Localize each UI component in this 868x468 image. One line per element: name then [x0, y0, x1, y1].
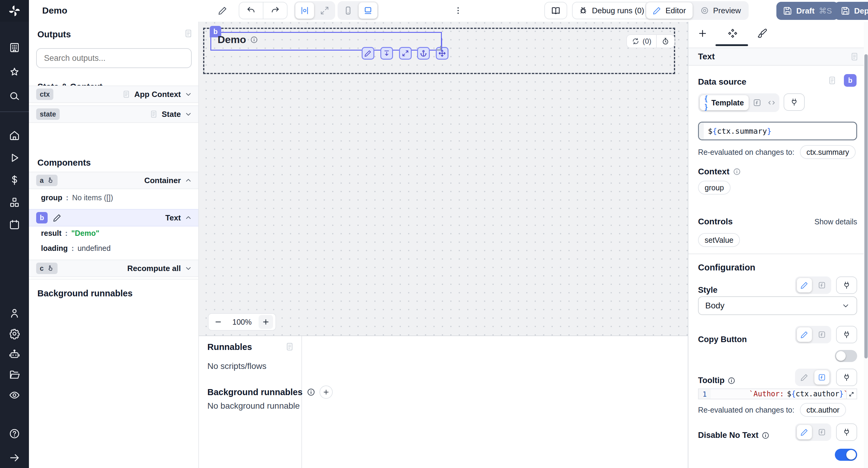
sidebar-item-search[interactable]	[7, 89, 22, 104]
sidebar-item-workers[interactable]	[7, 347, 22, 361]
chevron-down-icon[interactable]	[184, 90, 192, 98]
debug-runs-button[interactable]: Debug runs (0)	[572, 2, 651, 19]
disable-function-button[interactable]	[814, 425, 830, 439]
sidebar-item-account[interactable]	[7, 306, 22, 321]
style-select[interactable]: Body	[698, 296, 857, 315]
sidebar-item-runs[interactable]	[7, 151, 22, 165]
outputs-title: Outputs	[37, 30, 71, 39]
doc-icon[interactable]	[184, 29, 193, 38]
c-badge: c	[36, 263, 58, 274]
sidebar-item-help[interactable]	[7, 427, 22, 441]
doc-icon[interactable]	[150, 110, 158, 119]
doc-icon[interactable]	[122, 90, 130, 98]
sidebar-item-resources[interactable]	[7, 195, 22, 210]
zoom-in-button[interactable]	[258, 315, 273, 329]
disable-no-text-toggle-on[interactable]	[835, 449, 857, 461]
prop-loading: loading: undefined	[41, 244, 111, 253]
sidebar-item-workspace[interactable]	[7, 40, 22, 55]
template-code-input[interactable]: ${ctx.summary}	[698, 122, 857, 140]
copy-button-toggle-off[interactable]	[835, 350, 857, 362]
docs-button[interactable]	[544, 2, 567, 19]
more-menu-button[interactable]	[451, 0, 465, 21]
copy-static-button[interactable]	[797, 327, 812, 342]
draft-button[interactable]: Draft ⌘S	[776, 2, 838, 20]
doc-icon[interactable]	[828, 76, 837, 85]
sidebar-item-home[interactable]	[7, 128, 22, 143]
sidebar-item-audit[interactable]	[7, 388, 22, 402]
canvas-zoom-bar: 100%	[208, 313, 276, 331]
disable-connect-button[interactable]	[836, 424, 857, 441]
mode-function-button[interactable]	[751, 98, 763, 107]
style-static-button[interactable]	[797, 278, 812, 293]
tab-styling[interactable]	[757, 28, 767, 38]
expand-editor-button[interactable]	[846, 390, 856, 399]
setvalue-pill[interactable]: setValue	[698, 233, 740, 247]
copy-connect-button[interactable]	[836, 326, 857, 343]
context-group-pill[interactable]: group	[698, 181, 731, 195]
canvas[interactable]: b Demo (0) 100%	[199, 22, 688, 335]
reeval-summary-pill[interactable]: ctx.summary	[800, 145, 856, 159]
ctx-badge: ctx	[36, 89, 53, 100]
reeval-author-pill[interactable]: ctx.author	[800, 403, 846, 417]
settings-scrollbar-thumb[interactable]	[864, 54, 868, 358]
chevron-down-icon[interactable]	[184, 264, 192, 272]
copy-function-button[interactable]	[814, 327, 830, 342]
disable-static-button[interactable]	[797, 425, 812, 439]
redo-button[interactable]	[264, 2, 287, 19]
style-function-button[interactable]	[814, 278, 830, 293]
sidebar-item-settings[interactable]	[7, 327, 22, 341]
mode-code-button[interactable]	[766, 98, 778, 107]
braces-icon: { }	[705, 94, 708, 111]
output-row-state[interactable]: state State	[29, 105, 198, 123]
component-anchor-button[interactable]	[417, 47, 430, 60]
sidebar-item-variables[interactable]	[7, 173, 22, 187]
mode-template-button[interactable]: { } Template	[700, 95, 749, 110]
component-row-b[interactable]: b Text	[29, 209, 198, 227]
chevron-up-icon[interactable]	[184, 214, 192, 222]
tab-editor[interactable]: Editor	[646, 2, 692, 19]
search-outputs-input[interactable]	[36, 48, 192, 68]
app-editor: Demo Debug runs (0)	[0, 0, 868, 468]
chevron-down-icon[interactable]	[184, 110, 192, 118]
undo-button[interactable]	[239, 2, 263, 19]
connect-datasource-button[interactable]	[784, 93, 805, 111]
runnables-title: Runnables	[207, 342, 252, 352]
tab-preview[interactable]: Preview	[694, 2, 747, 19]
sidebar-item-favorites[interactable]	[7, 65, 22, 79]
plus-icon	[322, 389, 330, 396]
sidebar-item-folders[interactable]	[7, 367, 22, 382]
output-row-ctx[interactable]: ctx App Context	[29, 86, 198, 103]
component-row-c[interactable]: c Recompute all	[29, 260, 198, 277]
pencil-icon[interactable]	[53, 213, 61, 222]
doc-icon[interactable]	[285, 342, 294, 351]
component-fullscreen-button[interactable]	[399, 47, 412, 60]
doc-icon[interactable]	[850, 52, 859, 61]
sidebar-collapse-arrow[interactable]	[7, 450, 22, 465]
tooltip-code-editor[interactable]: 1 `Author:${ctx.author}`	[698, 389, 857, 399]
resize-handle[interactable]	[436, 46, 441, 51]
jobs-history-button[interactable]	[657, 35, 674, 47]
app-logo[interactable]	[0, 0, 29, 22]
pencil-icon	[218, 6, 227, 15]
smartphone-icon	[344, 6, 352, 15]
deploy-button[interactable]: Deploy	[834, 2, 868, 20]
component-expand-down-button[interactable]	[380, 47, 393, 60]
edit-title-button[interactable]	[218, 0, 227, 21]
tab-settings[interactable]	[727, 28, 738, 38]
center-content-toggle[interactable]	[296, 2, 314, 19]
show-details-link[interactable]: Show details	[814, 218, 857, 226]
add-background-runnable-button[interactable]	[319, 386, 333, 399]
runnables-panel: Runnables No scripts/flows Background ru…	[199, 335, 688, 468]
state-row-type: State	[161, 110, 181, 119]
desktop-view-toggle[interactable]	[359, 2, 377, 19]
style-connect-button[interactable]	[836, 276, 857, 294]
sidebar-item-schedules[interactable]	[7, 218, 22, 232]
zoom-out-button[interactable]	[211, 315, 225, 329]
refresh-all-button[interactable]: (0)	[627, 35, 656, 47]
mobile-view-toggle[interactable]	[339, 2, 358, 19]
fullwidth-toggle[interactable]	[315, 2, 334, 19]
component-row-a[interactable]: a Container	[29, 172, 198, 189]
tab-insert[interactable]	[698, 28, 708, 38]
component-edit-button[interactable]	[362, 47, 374, 60]
chevron-up-icon[interactable]	[184, 176, 192, 184]
